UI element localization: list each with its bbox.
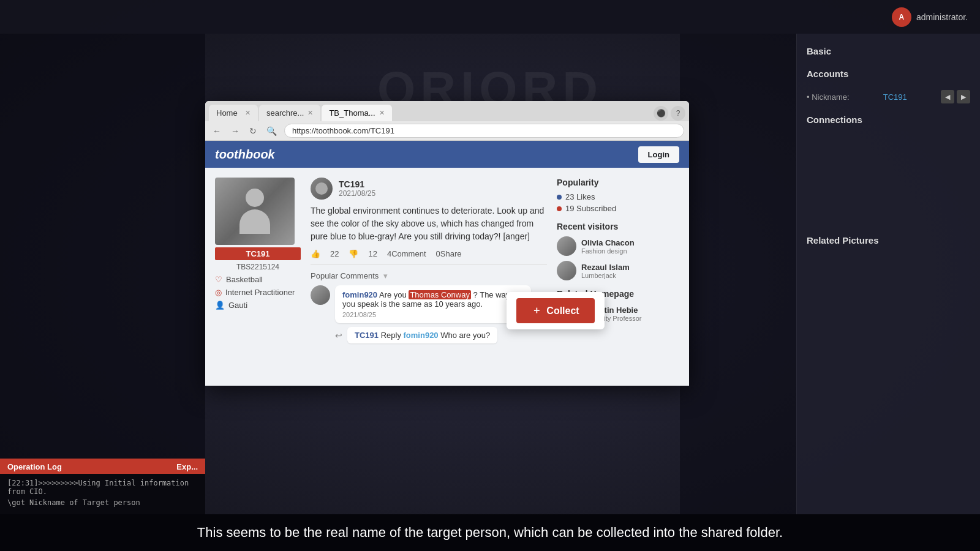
profile-id-badge: TC191 — [215, 247, 301, 260]
bottom-caption-bar: This seems to be the real name of the ta… — [0, 514, 980, 551]
admin-avatar: A — [892, 7, 911, 27]
comments-header: Popular Comments ▾ — [311, 271, 547, 280]
profile-avatar — [215, 178, 295, 245]
login-button[interactable]: Login — [638, 146, 679, 163]
reply-item-1: ↩ TC191 Reply fomin920 Who are you? — [335, 327, 547, 343]
export-button[interactable]: Exp... — [176, 462, 198, 471]
avatar-body — [239, 209, 270, 234]
likes-dot — [557, 195, 562, 200]
post-author-avatar — [311, 178, 333, 200]
operation-log-title: Operation Log — [7, 462, 62, 471]
nickname-icon-2[interactable]: ▶ — [957, 90, 970, 103]
browser-window: Home ✕ searchre... ✕ TB_Thoma... ✕ ⚫ ? ←… — [205, 101, 689, 386]
tab-tb-label: TB_Thoma... — [329, 108, 375, 118]
like-icon: 👍 — [311, 249, 320, 258]
profile-middle-panel: TC191 2021/08/25 The global environment … — [311, 178, 547, 343]
visitor-2-role: Lumberjack — [581, 272, 630, 279]
toothbook-page: toothbook Login TC191 TBS2215124 — [205, 141, 689, 386]
operation-log-content: [22:31]>>>>>>>>>Using Initial informatio… — [0, 474, 205, 514]
post-reactions: 👍 22 👎 12 4Comment 0Share — [311, 249, 547, 265]
toothbook-logo: toothbook — [215, 148, 275, 162]
browser-addressbar: ← → ↻ 🔍 https://toothbook.com/TC191 — [205, 121, 689, 141]
tab-home-label: Home — [216, 108, 238, 118]
browser-tabs-bar: Home ✕ searchre... ✕ TB_Thoma... ✕ ⚫ ? — [205, 101, 689, 121]
admin-badge: A administrator. — [892, 7, 968, 27]
operation-log-panel: Operation Log Exp... [22:31]>>>>>>>>>Usi… — [0, 459, 205, 514]
visitor-2: Rezaul Islam Lumberjack — [557, 261, 679, 280]
connections-section-title: Connections — [807, 114, 970, 125]
log-line-2: \got Nickname of Target person — [7, 498, 198, 507]
visitor-1-info: Olivia Chacon Fashion design — [581, 238, 635, 255]
profile-tb-id: TBS2215124 — [215, 263, 301, 271]
profile-location: 👤 Gauti — [215, 301, 301, 310]
tab-search-label: searchre... — [266, 108, 304, 118]
nickname-label: • Nickname: — [807, 92, 850, 102]
comment-1-avatar — [311, 285, 330, 305]
reply-bubble-1: TC191 Reply fomin920 Who are you? — [347, 327, 497, 343]
toothbook-header: toothbook Login — [205, 141, 689, 168]
comment-1-author: fomin920 — [342, 290, 377, 299]
comment-1-bubble: fomin920 Are you Thomas Conway ? The way… — [335, 285, 531, 323]
profile-hobby: ♡ Basketball — [215, 275, 301, 284]
nav-search-icon: 🔍 — [264, 125, 279, 137]
subscribed-stat: 19 Subscribed — [557, 204, 679, 213]
likes-value: 23 Likes — [565, 192, 595, 201]
tab-home-close[interactable]: ✕ — [245, 109, 251, 117]
like-count: 22 — [330, 249, 339, 258]
location-icon: 👤 — [215, 301, 225, 310]
reply-action: Reply — [381, 331, 404, 340]
reply-author: TC191 — [355, 331, 379, 340]
visitor-2-info: Rezaul Islam Lumberjack — [581, 263, 630, 279]
top-bar: A administrator. — [0, 0, 980, 34]
comments-section: Popular Comments ▾ fomin920 Are you Thom… — [311, 271, 547, 343]
shares-count: 0Share — [436, 249, 462, 258]
reply-target: fomin920 — [404, 331, 439, 340]
tab-help-btn[interactable]: ? — [671, 106, 685, 121]
avatar-head — [246, 189, 264, 207]
collect-plus-icon: ＋ — [532, 304, 541, 317]
browser-tab-home[interactable]: Home ✕ — [209, 105, 258, 121]
profile-left-panel: TC191 TBS2215124 ♡ Basketball ◎ Internet… — [215, 178, 301, 343]
post-author-name: TC191 — [339, 179, 375, 189]
comment-1-date: 2021/08/25 — [342, 311, 524, 318]
comments-chevron: ▾ — [383, 271, 388, 280]
nav-refresh-btn[interactable]: ↻ — [247, 125, 259, 137]
address-field[interactable]: https://toothbook.com/TC191 — [284, 124, 684, 138]
visitor-2-name: Rezaul Islam — [581, 263, 630, 272]
profile-layout: TC191 TBS2215124 ♡ Basketball ◎ Internet… — [205, 168, 689, 353]
browser-tab-search[interactable]: searchre... ✕ — [259, 105, 320, 121]
post-header: TC191 2021/08/25 — [311, 178, 547, 200]
dislike-count: 12 — [368, 249, 377, 258]
connections-section: Connections — [807, 114, 970, 125]
nav-forward-btn[interactable]: → — [228, 125, 242, 137]
post-author-info: TC191 2021/08/25 — [339, 179, 375, 198]
job-icon: ◎ — [215, 288, 222, 297]
nickname-icon-1[interactable]: ◀ — [941, 90, 954, 103]
tab-search-close[interactable]: ✕ — [307, 109, 313, 117]
visitor-1-role: Fashion design — [581, 247, 635, 255]
tab-controls: ⚫ ? — [654, 106, 685, 121]
tab-tb-close[interactable]: ✕ — [379, 109, 385, 117]
avatar-image — [215, 178, 295, 245]
nickname-value: TC191 — [883, 92, 907, 102]
comment-1-text-before: Are you — [379, 290, 409, 299]
subscribed-value: 19 Subscribed — [565, 204, 616, 213]
nav-back-btn[interactable]: ← — [210, 125, 224, 137]
comments-header-text: Popular Comments — [311, 271, 379, 280]
reply-arrow-icon: ↩ — [335, 331, 342, 340]
reply-text: Who are you? — [440, 331, 490, 340]
log-line-1: [22:31]>>>>>>>>>Using Initial informatio… — [7, 479, 198, 496]
visitor-2-avatar — [557, 261, 576, 280]
recent-visitors-title: Recent visitors — [557, 222, 679, 231]
nickname-icons: ◀ ▶ — [941, 90, 970, 103]
tab-settings-btn[interactable]: ⚫ — [654, 106, 668, 121]
collect-button[interactable]: ＋ Collect — [516, 298, 595, 323]
accounts-section-title: Accounts — [807, 69, 970, 79]
related-pictures-section: Related Pictures — [807, 235, 970, 246]
operation-log-header: Operation Log Exp... — [0, 460, 205, 474]
admin-label: administrator. — [916, 12, 968, 22]
post-date: 2021/08/25 — [339, 189, 375, 198]
visitor-1-name: Olivia Chacon — [581, 238, 635, 247]
browser-tab-tb[interactable]: TB_Thoma... ✕ — [322, 105, 391, 121]
collect-popup: ＋ Collect — [507, 292, 605, 329]
